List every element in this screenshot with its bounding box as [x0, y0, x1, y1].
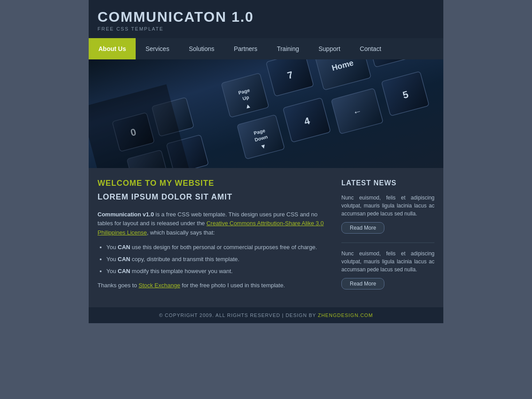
- keyboard-visual: Page Up ▲ 7 Home 8 ▲: [89, 59, 443, 168]
- can-3: CAN: [118, 268, 130, 274]
- header: COMMUNICATON 1.0 FREE CSS TEMPLATE: [89, 0, 443, 38]
- keyboard-svg: Page Up ▲ 7 Home 8 ▲: [89, 59, 443, 168]
- thanks-paragraph: Thanks goes to Stock Exchange for the fr…: [98, 281, 332, 290]
- can-1: CAN: [118, 244, 130, 250]
- thanks-prefix: Thanks goes to: [98, 282, 139, 289]
- bullet-text-1: use this design for both personal or com…: [130, 244, 317, 250]
- nav-item-about: About Us: [89, 38, 136, 59]
- nav-link-services[interactable]: Services: [136, 38, 179, 59]
- site-title: COMMUNICATON 1.0: [98, 9, 434, 25]
- bullet-item-1: You CAN use this design for both persona…: [106, 243, 332, 252]
- nav-item-training: Training: [267, 38, 309, 59]
- main-content: WELCOME TO MY WEBSITE LOREM IPSUM DOLOR …: [98, 177, 332, 298]
- site-subtitle: FREE CSS TEMPLATE: [98, 26, 434, 31]
- hero-image: Page Up ▲ 7 Home 8 ▲: [89, 59, 443, 168]
- read-more-button-2[interactable]: Read More: [341, 278, 384, 289]
- sidebar: LATEST NEWS Nunc euismod, felis et adipi…: [341, 177, 434, 298]
- news-item-1: Nunc euismod, felis et adipiscing volutp…: [341, 194, 434, 234]
- content-wrapper: WELCOME TO MY WEBSITE LOREM IPSUM DOLOR …: [89, 168, 443, 307]
- nav-link-contact[interactable]: Contact: [350, 38, 391, 59]
- bullet-list: You CAN use this design for both persona…: [106, 243, 332, 276]
- nav-link-solutions[interactable]: Solutions: [179, 38, 224, 59]
- page-wrapper: COMMUNICATON 1.0 FREE CSS TEMPLATE About…: [89, 0, 443, 323]
- nav-link-support[interactable]: Support: [309, 38, 350, 59]
- navigation: About Us Services Solutions Partners Tra…: [89, 38, 443, 59]
- nav-item-services: Services: [136, 38, 179, 59]
- welcome-heading: WELCOME TO MY WEBSITE: [98, 177, 332, 190]
- footer-link[interactable]: ZHENGDESIGN.COM: [318, 313, 373, 318]
- outer-wrapper: COMMUNICATON 1.0 FREE CSS TEMPLATE About…: [0, 0, 532, 399]
- bullet-text-3: modify this template however you want.: [130, 268, 233, 274]
- intro-bold: Communication v1.0: [98, 211, 154, 218]
- news-divider: [341, 243, 434, 243]
- footer-text: © COPYRIGHT 2009. ALL RIGHTS RESERVED | …: [159, 313, 318, 318]
- sidebar-title: LATEST NEWS: [341, 177, 434, 187]
- footer: © COPYRIGHT 2009. ALL RIGHTS RESERVED | …: [89, 307, 443, 323]
- nav-link-training[interactable]: Training: [267, 38, 309, 59]
- nav-link-partners[interactable]: Partners: [224, 38, 267, 59]
- read-more-button-1[interactable]: Read More: [341, 222, 384, 234]
- thanks-suffix: for the free photo I used in this templa…: [180, 282, 285, 289]
- news-text-2: Nunc euismod, felis et adipiscing volutp…: [341, 250, 434, 274]
- news-item-2: Nunc euismod, felis et adipiscing volutp…: [341, 250, 434, 289]
- bullet-item-2: You CAN copy, distribute and transmit th…: [106, 255, 332, 264]
- stock-exchange-link[interactable]: Stock Exchange: [139, 282, 180, 289]
- nav-item-support: Support: [309, 38, 350, 59]
- nav-item-solutions: Solutions: [179, 38, 224, 59]
- can-2: CAN: [118, 256, 130, 262]
- nav-list: About Us Services Solutions Partners Tra…: [89, 38, 443, 59]
- sub-heading: LOREM IPSUM DOLOR SIT AMIT: [98, 191, 332, 203]
- intro-paragraph: Communication v1.0 is a free CSS web tem…: [98, 210, 332, 238]
- nav-item-partners: Partners: [224, 38, 267, 59]
- news-text-1: Nunc euismod, felis et adipiscing volutp…: [341, 194, 434, 218]
- bullet-text-2: copy, distribute and transmit this templ…: [130, 256, 239, 262]
- bullet-item-3: You CAN modify this template however you…: [106, 267, 332, 276]
- nav-item-contact: Contact: [350, 38, 391, 59]
- license-suffix: , which basically says that:: [147, 229, 215, 236]
- nav-link-about[interactable]: About Us: [89, 38, 136, 59]
